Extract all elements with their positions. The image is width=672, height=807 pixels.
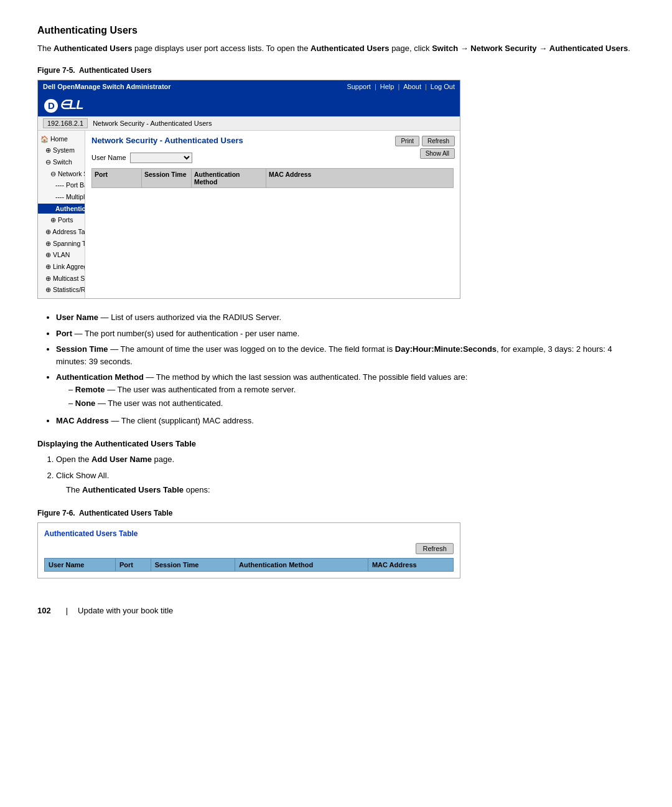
topbar-logout[interactable]: Log Out <box>431 83 455 90</box>
aut-col-session-time: Session Time <box>151 558 235 571</box>
sidebar-item-ports[interactable]: ⊕ Ports <box>38 214 85 226</box>
intro-bold1: Authenticated Users <box>54 44 132 53</box>
topbar-about[interactable]: About <box>403 83 421 90</box>
dell-sidebar-inner: 🏠 Home ⊕ System ⊖ Switch ⊖ Network Secur… <box>38 131 85 299</box>
sidebar-item-authenticated-users[interactable]: Authenticated Users <box>38 203 85 215</box>
dell-main-area: 🏠 Home ⊕ System ⊖ Switch ⊖ Network Secur… <box>38 131 460 299</box>
print-button[interactable]: Print <box>395 136 419 146</box>
intro-mid: page displays user port access lists. To… <box>134 44 310 53</box>
sidebar-item-home[interactable]: 🏠 Home <box>38 133 85 145</box>
bullet-section: User Name — List of users authorized via… <box>37 311 635 427</box>
dell-topbar-title: Dell OpenManage Switch Administrator <box>43 83 171 90</box>
topbar-help[interactable]: Help <box>380 83 394 90</box>
bullet-mac-address: MAC Address — The client (supplicant) MA… <box>56 415 635 427</box>
displaying-section: Displaying the Authenticated Users Table… <box>37 439 635 496</box>
sidebar-item-multicast-support[interactable]: ⊕ Multicast Support <box>38 273 85 285</box>
dell-logo: D∈LL <box>44 97 83 113</box>
sub-item-none: None — The user was not authenticated. <box>68 397 635 410</box>
section-heading: Authenticating Users <box>37 25 635 36</box>
dell-logo-bar: D∈LL <box>38 93 460 116</box>
page-footer: 102 | Update with your book title <box>37 603 635 615</box>
aut-users-table: User Name Port Session Time Authenticati… <box>44 558 454 572</box>
dell-content-area: Network Security - Authenticated Users P… <box>85 131 460 299</box>
sidebar-item-link-aggregation[interactable]: ⊕ Link Aggregation <box>38 261 85 273</box>
aut-col-port: Port <box>116 558 151 571</box>
page-title: Authenticating Users <box>37 25 635 36</box>
sidebar-item-multiple-hosts[interactable]: ---- Multiple Hosts <box>38 191 85 203</box>
user-name-select[interactable] <box>130 153 192 163</box>
sidebar-item-port-based[interactable]: ---- Port Based Authentica... <box>38 179 85 191</box>
displaying-heading: Displaying the Authenticated Users Table <box>37 439 635 448</box>
intro-text-before: The <box>37 44 54 53</box>
sidebar-item-address-tables[interactable]: ⊕ Address Tables <box>38 226 85 238</box>
bullet-username: User Name — List of users authorized via… <box>56 311 635 324</box>
col-mac-address: MAC Address <box>266 169 378 187</box>
auth-method-sub-list: Remote — The user was authenticated from… <box>56 384 635 410</box>
show-all-row: Show All <box>420 148 455 159</box>
page-number: 102 <box>37 606 51 615</box>
aut-header-row: User Name Port Session Time Authenticati… <box>45 558 454 571</box>
aut-table-title: Authenticated Users Table <box>44 529 454 538</box>
sidebar-item-network-security[interactable]: ⊖ Network Security <box>38 168 85 180</box>
dell-topbar-links: Support | Help | About | Log Out <box>347 83 455 90</box>
footer-separator: | <box>66 606 68 615</box>
figure6-label: Figure 7-6. Authenticated Users Table <box>37 509 635 517</box>
col-session-time: Session Time <box>142 169 192 187</box>
show-all-button[interactable]: Show All <box>420 148 455 159</box>
aut-col-mac: MAC Address <box>368 558 453 571</box>
col-auth-method: Authentication Method <box>192 169 266 187</box>
dell-topbar: Dell OpenManage Switch Administrator Sup… <box>38 80 460 93</box>
bullet-port: Port — The port number(s) used for authe… <box>56 328 635 340</box>
sidebar-item-switch[interactable]: ⊖ Switch <box>38 156 85 168</box>
dell-sidebar: 🏠 Home ⊕ System ⊖ Switch ⊖ Network Secur… <box>38 131 85 299</box>
refresh-button[interactable]: Refresh <box>422 136 455 146</box>
col-port: Port <box>92 169 142 187</box>
step-2-note: The Authenticated Users Table opens: <box>56 484 635 496</box>
displaying-steps: Open the Add User Name page. Click Show … <box>37 453 635 496</box>
sub-item-remote: Remote — The user was authenticated from… <box>68 384 635 396</box>
intro-paragraph: The Authenticated Users page displays us… <box>37 42 635 55</box>
aut-refresh-row: Refresh <box>44 543 454 554</box>
print-refresh-row: Print Refresh <box>395 136 455 146</box>
aut-table-header: User Name Port Session Time Authenticati… <box>45 558 454 571</box>
intro-bold2: Authenticated Users <box>310 44 389 53</box>
sidebar-item-vlan[interactable]: ⊕ VLAN <box>38 249 85 261</box>
aut-table-container: Authenticated Users Table Refresh User N… <box>37 522 460 578</box>
dell-breadcrumb: 192.168.2.1 Network Security - Authentic… <box>38 116 460 131</box>
bullet-auth-method: Authentication Method — The method by wh… <box>56 371 635 410</box>
step-2: Click Show All. The Authenticated Users … <box>56 470 635 496</box>
breadcrumb-path: Network Security - Authenticated Users <box>93 120 212 127</box>
field-descriptions-list: User Name — List of users authorized via… <box>37 311 635 427</box>
topbar-support[interactable]: Support <box>347 83 371 90</box>
footer-text: Update with your book title <box>78 606 173 615</box>
dell-action-buttons: Print Refresh Show All <box>395 136 455 159</box>
user-name-label: User Name <box>91 154 126 161</box>
sidebar-item-statistics[interactable]: ⊕ Statistics/RMON <box>38 284 85 296</box>
sidebar-item-spanning-tree[interactable]: ⊕ Spanning Tree <box>38 238 85 250</box>
aut-col-username: User Name <box>45 558 116 571</box>
sidebar-tree: 🏠 Home ⊕ System ⊖ Switch ⊖ Network Secur… <box>38 133 85 296</box>
dell-ui-mockup: Dell OpenManage Switch Administrator Sup… <box>37 80 460 300</box>
intro-end: page, click Switch → Network Security → … <box>391 44 630 53</box>
aut-col-auth-method: Authentication Method <box>235 558 368 571</box>
figure5-label: Figure 7-5. Authenticated Users <box>37 66 635 75</box>
step-1: Open the Add User Name page. <box>56 453 635 466</box>
bullet-session-time: Session Time — The amount of time the us… <box>56 343 635 367</box>
sidebar-item-system[interactable]: ⊕ System <box>38 144 85 156</box>
breadcrumb-ip[interactable]: 192.168.2.1 <box>43 118 88 128</box>
dell-table-header: Port Session Time Authentication Method … <box>91 168 454 188</box>
aut-refresh-button[interactable]: Refresh <box>416 543 454 554</box>
